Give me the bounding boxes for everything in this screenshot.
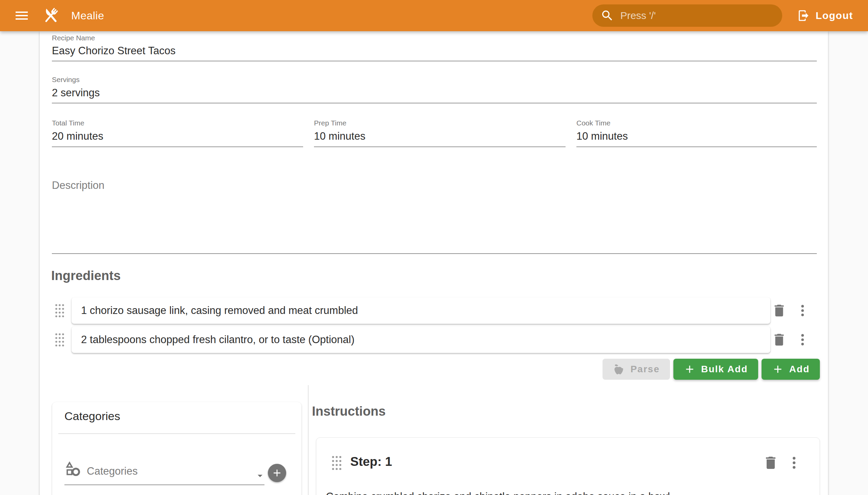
search-input[interactable] [619, 10, 774, 22]
chevron-down-icon[interactable] [254, 470, 266, 481]
parse-button[interactable]: Parse [602, 359, 670, 380]
ingredient-row: 1 chorizo sausage link, casing removed a… [40, 297, 828, 324]
kebab-menu-icon [795, 303, 810, 318]
ingredient-actions: Parse Bulk Add Add [602, 359, 820, 380]
logout-label: Logout [815, 10, 853, 21]
silverware-logo-icon [39, 4, 62, 27]
delete-icon [763, 455, 779, 471]
categories-card-title: Categories [64, 410, 120, 423]
app-bar: Mealie Logout [0, 0, 868, 31]
prep-time-label: Prep Time [314, 119, 346, 127]
parse-label: Parse [630, 364, 660, 375]
drag-handle-icon[interactable] [55, 332, 65, 347]
add-category-button[interactable] [268, 464, 286, 482]
servings-underline [52, 103, 817, 103]
categories-divider [58, 433, 295, 434]
delete-icon [771, 332, 787, 347]
ingredient-input[interactable]: 2 tablespoons chopped fresh cilantro, or… [71, 326, 770, 353]
column-divider [308, 385, 309, 495]
add-ingredient-button[interactable]: Add [762, 359, 820, 380]
plus-icon [683, 363, 696, 375]
step-title: Step: 1 [350, 455, 392, 469]
recipe-name-underline [52, 61, 817, 62]
app-title: Mealie [71, 10, 104, 22]
recipe-name-input[interactable]: Easy Chorizo Street Tacos [52, 45, 176, 57]
instructions-heading: Instructions [312, 404, 386, 419]
delete-step-button[interactable] [763, 455, 779, 471]
add-label: Add [789, 364, 810, 375]
prep-time-underline [314, 147, 565, 147]
bulk-add-label: Bulk Add [701, 364, 748, 375]
plus-icon [772, 363, 784, 375]
categories-select-underline [64, 484, 265, 485]
categories-select[interactable]: Categories [87, 465, 138, 477]
ingredient-row: 2 tablespoons chopped fresh cilantro, or… [40, 326, 828, 353]
description-underline [52, 253, 817, 254]
recipe-name-label: Recipe Name [52, 34, 95, 42]
hamburger-menu-button[interactable] [12, 6, 31, 25]
ingredient-menu-button[interactable] [795, 303, 810, 318]
kebab-menu-icon [795, 332, 810, 347]
instruction-step-card: Step: 1 Combine crumbled chorizo and chi… [316, 437, 820, 495]
ingredient-menu-button[interactable] [795, 332, 810, 347]
drag-handle-icon[interactable] [331, 455, 342, 471]
recipe-form-card: Recipe Name Easy Chorizo Street Tacos Se… [40, 31, 828, 495]
delete-ingredient-button[interactable] [771, 303, 787, 318]
servings-input[interactable]: 2 servings [52, 87, 100, 99]
logout-icon [797, 9, 810, 22]
total-time-label: Total Time [52, 119, 84, 127]
plus-icon [271, 467, 283, 479]
bulk-add-button[interactable]: Bulk Add [674, 359, 758, 380]
drag-handle-icon[interactable] [55, 304, 65, 318]
step-menu-button[interactable] [786, 455, 802, 471]
menu-icon [14, 7, 30, 24]
cook-time-underline [576, 147, 817, 147]
kebab-menu-icon [786, 455, 802, 471]
ingredients-heading: Ingredients [51, 269, 121, 283]
apple-icon [613, 363, 625, 375]
logout-button[interactable]: Logout [794, 7, 856, 24]
description-textarea[interactable]: Description [52, 180, 104, 191]
delete-ingredient-button[interactable] [771, 332, 787, 347]
prep-time-input[interactable]: 10 minutes [314, 130, 365, 142]
servings-label: Servings [52, 75, 80, 84]
total-time-input[interactable]: 20 minutes [52, 130, 103, 142]
categories-card: Categories Categories [52, 402, 302, 495]
mealie-recipe-editor: Mealie Logout Recipe Name Easy Chorizo S… [0, 0, 868, 495]
total-time-underline [52, 147, 303, 147]
ingredient-input[interactable]: 1 chorizo sausage link, casing removed a… [71, 297, 770, 324]
cook-time-input[interactable]: 10 minutes [576, 130, 628, 142]
cook-time-label: Cook Time [576, 119, 610, 127]
delete-icon [771, 303, 787, 318]
search-icon [600, 9, 614, 22]
search-bar[interactable] [592, 4, 782, 27]
step-text-input[interactable]: Combine crumbled chorizo and chipotle pe… [326, 489, 806, 495]
category-shapes-icon [64, 460, 81, 477]
